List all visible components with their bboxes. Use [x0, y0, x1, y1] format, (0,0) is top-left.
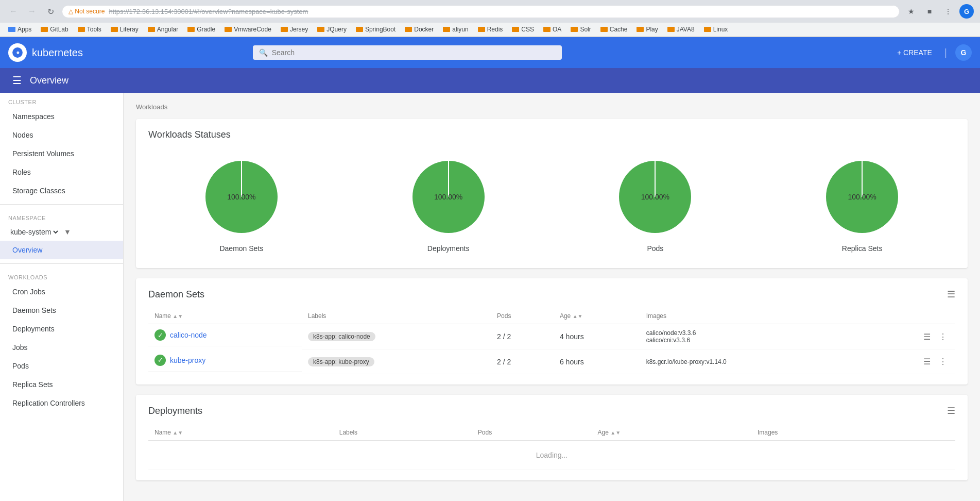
bookmark-item[interactable]: Jersey: [277, 25, 312, 34]
bookmark-item[interactable]: Angular: [144, 25, 182, 34]
browser-actions: ★ ■ ⋮ G: [904, 4, 974, 19]
bookmark-item[interactable]: JQuery: [313, 25, 351, 34]
hamburger-icon[interactable]: ☰: [8, 70, 26, 91]
bookmark-button[interactable]: ★: [904, 4, 918, 19]
bookmark-item[interactable]: Apps: [4, 25, 36, 34]
status-icon: ✓: [154, 329, 166, 341]
bookmark-label: Linux: [713, 26, 728, 33]
bookmark-item[interactable]: Redis: [474, 25, 507, 34]
bookmark-item[interactable]: Cache: [596, 25, 632, 34]
content-area: Workloads Workloads Statuses 100.00%Daem…: [124, 93, 980, 501]
bookmark-item[interactable]: OA: [539, 25, 565, 34]
security-warning: △ Not secure: [68, 8, 105, 15]
bookmark-icon: [405, 27, 412, 32]
row-menu-icon[interactable]: ☰: [921, 355, 933, 369]
forward-button[interactable]: →: [25, 4, 39, 19]
bookmark-item[interactable]: Docker: [401, 25, 438, 34]
sidebar-item-replica-sets[interactable]: Replica Sets: [0, 375, 123, 394]
sidebar-item-deployments[interactable]: Deployments: [0, 320, 123, 338]
bookmark-item[interactable]: CSS: [508, 25, 538, 34]
extensions-button[interactable]: ■: [922, 4, 937, 19]
bookmark-icon: [225, 27, 232, 32]
bookmark-label: SpringBoot: [365, 26, 396, 33]
bookmark-icon: [281, 27, 288, 32]
daemon-sets-table: Name ▲▼ Labels Pods Age ▲▼ Images ✓calic…: [148, 308, 955, 374]
namespace-select[interactable]: kube-systemdefaultkube-public: [8, 227, 60, 237]
bookmarks-bar: AppsGitLabToolsLiferayAngularGradleVmwar…: [0, 23, 980, 37]
sidebar-item-cron-jobs[interactable]: Cron Jobs: [0, 282, 123, 301]
back-button[interactable]: ←: [6, 4, 21, 19]
dep-th-labels: Labels: [333, 425, 472, 441]
pods-count: 2 / 2: [491, 349, 554, 374]
bookmark-item[interactable]: Linux: [700, 25, 732, 34]
dep-sort-arrows[interactable]: ▲▼: [173, 430, 183, 436]
bookmark-item[interactable]: GitLab: [37, 25, 72, 34]
deployments-filter-icon[interactable]: ☰: [947, 405, 955, 416]
bookmark-item[interactable]: Tools: [74, 25, 106, 34]
bookmark-label: Solr: [580, 26, 591, 33]
sidebar-item-daemon-sets[interactable]: Daemon Sets: [0, 301, 123, 320]
bookmark-item[interactable]: Gradle: [183, 25, 219, 34]
dep-sort-arrows-age[interactable]: ▲▼: [610, 430, 621, 436]
k8s-logo-circle: ⎈: [8, 43, 27, 62]
user-avatar[interactable]: G: [955, 44, 972, 61]
address-bar[interactable]: △ Not secure https://172.36.13.154:30001…: [62, 5, 900, 18]
pie-chart-deployments: 100.00%Deployments: [407, 156, 490, 253]
sidebar-item-replication-controllers[interactable]: Replication Controllers: [0, 394, 123, 412]
th-name: Name ▲▼: [148, 308, 302, 324]
refresh-button[interactable]: ↻: [43, 4, 58, 19]
table-row: Loading...: [148, 441, 955, 470]
row-more-icon[interactable]: ⋮: [937, 355, 949, 369]
sort-arrows-age[interactable]: ▲▼: [573, 313, 583, 319]
bookmark-item[interactable]: Play: [632, 25, 662, 34]
daemon-sets-filter-icon[interactable]: ☰: [947, 289, 955, 300]
bookmark-item[interactable]: Solr: [566, 25, 595, 34]
daemon-sets-title: Daemon Sets: [148, 289, 204, 300]
bookmark-item[interactable]: VmwareCode: [220, 25, 276, 34]
sidebar-item-nodes[interactable]: Nodes: [0, 126, 123, 144]
dep-th-age: Age ▲▼: [592, 425, 751, 441]
bookmark-icon: [41, 27, 48, 32]
th-pods: Pods: [491, 308, 554, 324]
bookmark-item[interactable]: aliyun: [439, 25, 472, 34]
daemon-set-name-link[interactable]: calico-node: [170, 331, 207, 339]
profile-button[interactable]: G: [959, 4, 974, 19]
bookmark-item[interactable]: JAVA8: [663, 25, 699, 34]
k8s-logo[interactable]: ⎈ kubernetes: [8, 43, 83, 62]
bookmark-item[interactable]: Liferay: [107, 25, 143, 34]
bookmark-label: Liferay: [120, 26, 139, 33]
sidebar-item-roles[interactable]: Roles: [0, 163, 123, 181]
bookmark-icon: [512, 27, 519, 32]
create-button[interactable]: + CREATE: [893, 45, 936, 60]
deployments-title: Deployments: [148, 406, 202, 416]
namespace-selector[interactable]: kube-systemdefaultkube-public ▼: [0, 223, 123, 241]
bookmark-icon: [78, 27, 85, 32]
age: 6 hours: [554, 349, 640, 374]
bookmark-item[interactable]: SpringBoot: [352, 25, 400, 34]
row-menu-icon[interactable]: ☰: [921, 330, 933, 344]
daemon-set-name-link[interactable]: kube-proxy: [170, 356, 205, 364]
search-input[interactable]: [272, 48, 556, 57]
age: 4 hours: [554, 324, 640, 349]
row-more-icon[interactable]: ⋮: [937, 330, 949, 344]
bookmark-icon: [571, 27, 578, 32]
sidebar-item-storage-classes[interactable]: Storage Classes: [0, 181, 123, 200]
workloads-statuses-title: Workloads Statuses: [148, 129, 955, 140]
bookmark-label: GitLab: [50, 26, 68, 33]
bookmark-icon: [317, 27, 324, 32]
sidebar-item-overview[interactable]: Overview: [0, 241, 123, 259]
bookmark-icon: [111, 27, 118, 32]
images: calico/node:v3.3.6calico/cni:v3.3.6: [640, 324, 860, 349]
pie-percentage: 100.00%: [641, 193, 669, 201]
sidebar-item-persistent-volumes[interactable]: Persistent Volumes: [0, 144, 123, 163]
pie-chart-label: Pods: [647, 244, 663, 253]
label-chip: k8s-app: kube-proxy: [308, 357, 374, 366]
sort-arrows-name[interactable]: ▲▼: [173, 313, 183, 319]
url-display: https://172.36.13.154:30001/#!/overview?…: [109, 8, 308, 15]
sidebar-item-namespaces[interactable]: Namespaces: [0, 107, 123, 126]
header-actions: + CREATE | G: [893, 44, 972, 61]
search-bar[interactable]: 🔍: [253, 45, 562, 60]
menu-button[interactable]: ⋮: [941, 4, 955, 19]
sidebar-item-pods[interactable]: Pods: [0, 357, 123, 375]
sidebar-item-jobs[interactable]: Jobs: [0, 338, 123, 357]
